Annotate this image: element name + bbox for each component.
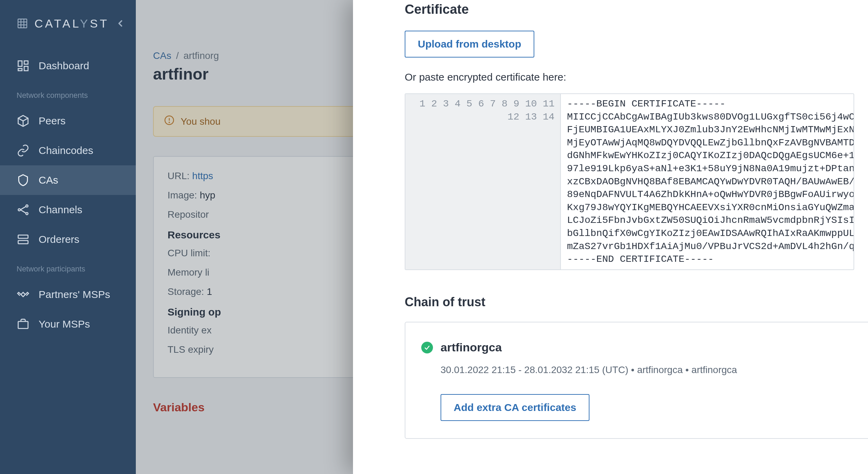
svg-point-9 bbox=[18, 209, 20, 211]
sidebar-item-label: Peers bbox=[39, 115, 65, 127]
cube-icon bbox=[17, 114, 30, 127]
svg-rect-16 bbox=[18, 321, 28, 329]
brand-logo-icon bbox=[17, 18, 28, 29]
svg-point-11 bbox=[26, 213, 28, 215]
sidebar-item-label: Chaincodes bbox=[39, 145, 93, 156]
check-ok-icon bbox=[421, 342, 433, 353]
paste-label: Or paste encrypted certificate here: bbox=[405, 71, 844, 83]
sidebar-item-chaincodes[interactable]: Chaincodes bbox=[0, 136, 136, 165]
sidebar-collapse-button[interactable] bbox=[115, 17, 125, 30]
sidebar-item-label: Channels bbox=[39, 204, 82, 216]
sidebar-item-label: Your MSPs bbox=[39, 318, 90, 330]
svg-rect-6 bbox=[24, 61, 28, 64]
svg-rect-5 bbox=[18, 61, 22, 66]
certificate-textarea[interactable]: -----BEGIN CERTIFICATE----- MIICCjCCAbCg… bbox=[561, 94, 854, 269]
sidebar-item-cas[interactable]: CAs bbox=[0, 165, 136, 195]
sidebar-item-label: Partners' MSPs bbox=[39, 289, 110, 300]
server-icon bbox=[17, 233, 30, 246]
line-number-gutter: 1 2 3 4 5 6 7 8 9 10 11 12 13 14 bbox=[405, 94, 561, 269]
svg-rect-7 bbox=[24, 66, 28, 71]
sidebar-item-label: CAs bbox=[39, 174, 58, 186]
svg-point-10 bbox=[26, 205, 28, 207]
shield-icon bbox=[17, 174, 30, 187]
sidebar-section-participants: Network participants bbox=[0, 254, 136, 280]
sidebar-item-label: Orderers bbox=[39, 234, 79, 245]
sidebar-item-partners-msps[interactable]: Partners' MSPs bbox=[0, 280, 136, 309]
certificate-heading: Certificate bbox=[405, 2, 844, 17]
chain-card: artfinorgca Remove 30.01.2022 21:15 - 28… bbox=[405, 322, 868, 439]
link-icon bbox=[17, 144, 30, 157]
sidebar: CATALYST Dashboard Network components Pe… bbox=[0, 0, 136, 474]
sidebar-item-your-msps[interactable]: Your MSPs bbox=[0, 309, 136, 339]
brand-text: CATALYST bbox=[34, 17, 109, 30]
svg-rect-12 bbox=[18, 235, 28, 238]
certificate-modal: Certificate Upload from desktop Or paste… bbox=[353, 0, 868, 474]
certificate-editor[interactable]: 1 2 3 4 5 6 7 8 9 10 11 12 13 14 -----BE… bbox=[405, 93, 854, 270]
sidebar-item-dashboard[interactable]: Dashboard bbox=[0, 51, 136, 81]
network-icon bbox=[17, 203, 30, 216]
sidebar-item-label: Dashboard bbox=[39, 60, 89, 72]
chain-item-meta: 30.01.2022 21:15 - 28.01.2032 21:15 (UTC… bbox=[441, 364, 868, 375]
sidebar-section-components: Network components bbox=[0, 81, 136, 106]
dashboard-icon bbox=[17, 59, 30, 72]
briefcase-icon bbox=[17, 318, 30, 331]
sidebar-item-peers[interactable]: Peers bbox=[0, 106, 136, 136]
svg-rect-8 bbox=[18, 69, 22, 71]
handshake-icon bbox=[17, 288, 30, 301]
main-area: CAs / artfinorg artfinor You shou URL: h… bbox=[136, 0, 868, 474]
upload-from-desktop-button[interactable]: Upload from desktop bbox=[405, 31, 534, 58]
chain-item-name: artfinorgca bbox=[441, 341, 502, 354]
sidebar-item-orderers[interactable]: Orderers bbox=[0, 225, 136, 254]
svg-rect-0 bbox=[18, 19, 27, 28]
svg-rect-13 bbox=[18, 240, 28, 244]
chain-of-trust-heading: Chain of trust bbox=[405, 295, 844, 309]
brand-row: CATALYST bbox=[0, 6, 136, 51]
add-extra-ca-button[interactable]: Add extra CA certificates bbox=[441, 394, 589, 421]
sidebar-item-channels[interactable]: Channels bbox=[0, 195, 136, 225]
